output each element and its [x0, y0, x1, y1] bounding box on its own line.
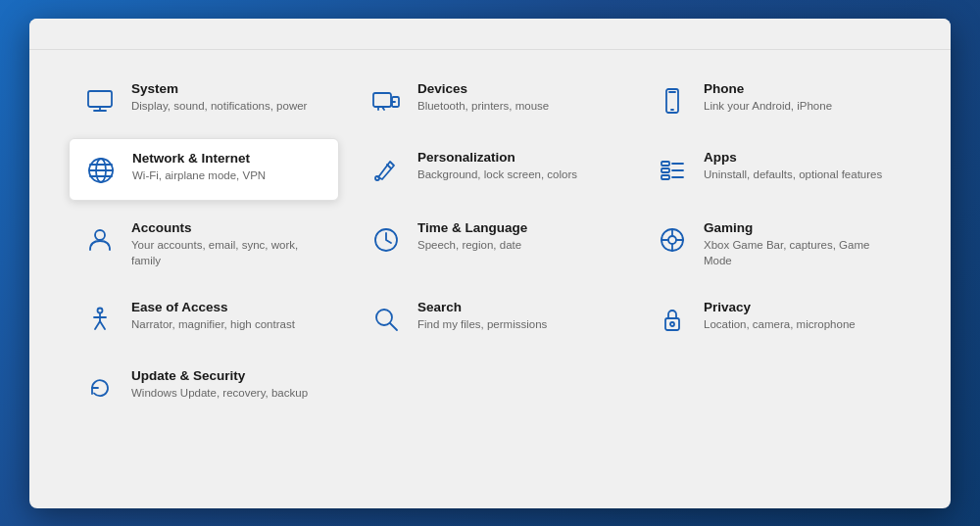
- settings-name-ease: Ease of Access: [131, 300, 295, 314]
- svg-point-17: [375, 176, 379, 180]
- time-icon: [368, 222, 404, 258]
- svg-line-35: [95, 321, 100, 329]
- settings-text-personalization: PersonalizationBackground, lock screen, …: [417, 150, 577, 182]
- settings-text-network: Network & InternetWi-Fi, airplane mode, …: [132, 151, 266, 183]
- settings-item-ease[interactable]: Ease of AccessNarrator, magnifier, high …: [69, 288, 339, 349]
- settings-text-update: Update & SecurityWindows Update, recover…: [131, 368, 308, 401]
- settings-text-system: SystemDisplay, sound, notifications, pow…: [131, 81, 307, 114]
- privacy-icon: [655, 302, 690, 337]
- settings-content: SystemDisplay, sound, notifications, pow…: [29, 50, 951, 508]
- settings-name-devices: Devices: [417, 81, 549, 96]
- settings-item-privacy[interactable]: PrivacyLocation, camera, microphone: [641, 288, 911, 349]
- accounts-icon: [82, 222, 118, 258]
- settings-text-apps: AppsUninstall, defaults, optional featur…: [704, 150, 882, 182]
- settings-text-gaming: GamingXbox Game Bar, captures, Game Mode: [704, 220, 898, 268]
- apps-icon: [655, 152, 690, 187]
- settings-desc-privacy: Location, camera, microphone: [704, 316, 856, 332]
- settings-item-accounts[interactable]: AccountsYour accounts, email, sync, work…: [69, 209, 339, 280]
- settings-desc-accounts: Your accounts, email, sync, work, family: [131, 237, 325, 268]
- settings-text-devices: DevicesBluetooth, printers, mouse: [417, 81, 549, 114]
- settings-name-gaming: Gaming: [704, 220, 898, 235]
- settings-text-time: Time & LanguageSpeech, region, date: [417, 220, 527, 253]
- svg-line-16: [387, 165, 391, 168]
- settings-desc-gaming: Xbox Game Bar, captures, Game Mode: [704, 237, 898, 268]
- settings-name-search: Search: [417, 300, 547, 314]
- update-icon: [82, 370, 118, 406]
- settings-name-phone: Phone: [704, 81, 832, 96]
- settings-desc-apps: Uninstall, defaults, optional features: [704, 167, 882, 182]
- settings-desc-phone: Link your Android, iPhone: [704, 98, 832, 114]
- settings-text-accounts: AccountsYour accounts, email, sync, work…: [131, 220, 325, 268]
- ease-icon: [82, 302, 118, 337]
- minimize-button[interactable]: [804, 19, 849, 50]
- search-icon: [368, 302, 404, 337]
- settings-desc-personalization: Background, lock screen, colors: [417, 167, 577, 182]
- svg-rect-20: [662, 175, 669, 179]
- settings-text-phone: PhoneLink your Android, iPhone: [704, 81, 832, 114]
- settings-desc-update: Windows Update, recovery, backup: [131, 385, 308, 401]
- settings-text-ease: Ease of AccessNarrator, magnifier, high …: [131, 300, 295, 332]
- gaming-icon: [655, 222, 690, 258]
- svg-line-36: [100, 321, 105, 329]
- svg-line-38: [390, 323, 397, 330]
- svg-point-32: [98, 308, 103, 312]
- settings-item-update[interactable]: Update & SecurityWindows Update, recover…: [69, 357, 339, 417]
- settings-text-privacy: PrivacyLocation, camera, microphone: [704, 300, 856, 332]
- svg-point-40: [670, 322, 674, 326]
- settings-item-devices[interactable]: DevicesBluetooth, printers, mouse: [355, 70, 625, 130]
- settings-name-time: Time & Language: [417, 220, 527, 235]
- settings-item-gaming[interactable]: GamingXbox Game Bar, captures, Game Mode: [641, 209, 911, 280]
- svg-rect-19: [662, 168, 669, 172]
- settings-item-network[interactable]: Network & InternetWi-Fi, airplane mode, …: [69, 138, 339, 201]
- phone-icon: [655, 83, 690, 119]
- settings-name-system: System: [131, 81, 307, 96]
- settings-desc-devices: Bluetooth, printers, mouse: [417, 98, 549, 114]
- svg-point-27: [668, 236, 676, 244]
- svg-rect-3: [373, 93, 391, 107]
- svg-rect-18: [662, 162, 669, 166]
- settings-name-privacy: Privacy: [704, 300, 856, 314]
- svg-rect-0: [88, 91, 112, 107]
- settings-name-apps: Apps: [704, 150, 882, 165]
- settings-desc-system: Display, sound, notifications, power: [131, 98, 307, 114]
- svg-point-24: [95, 230, 105, 240]
- settings-desc-search: Find my files, permissions: [417, 316, 547, 332]
- close-button[interactable]: [894, 19, 939, 50]
- settings-desc-ease: Narrator, magnifier, high contrast: [131, 316, 295, 332]
- settings-desc-time: Speech, region, date: [417, 237, 527, 253]
- settings-desc-network: Wi-Fi, airplane mode, VPN: [132, 167, 266, 183]
- devices-icon: [368, 83, 404, 119]
- settings-name-network: Network & Internet: [132, 151, 266, 166]
- settings-grid: SystemDisplay, sound, notifications, pow…: [69, 70, 911, 417]
- settings-item-apps[interactable]: AppsUninstall, defaults, optional featur…: [641, 138, 911, 201]
- personalization-icon: [368, 152, 404, 187]
- maximize-button[interactable]: [849, 19, 894, 50]
- settings-item-system[interactable]: SystemDisplay, sound, notifications, pow…: [69, 70, 339, 130]
- settings-item-time[interactable]: Time & LanguageSpeech, region, date: [355, 209, 625, 280]
- settings-text-search: SearchFind my files, permissions: [417, 300, 547, 332]
- network-icon: [83, 153, 119, 188]
- settings-item-phone[interactable]: PhoneLink your Android, iPhone: [641, 70, 911, 130]
- system-icon: [82, 83, 118, 119]
- settings-window: SystemDisplay, sound, notifications, pow…: [29, 19, 951, 508]
- title-bar: [29, 19, 951, 50]
- settings-item-search[interactable]: SearchFind my files, permissions: [355, 288, 625, 349]
- window-controls: [804, 19, 939, 50]
- settings-name-update: Update & Security: [131, 368, 308, 383]
- settings-name-personalization: Personalization: [417, 150, 577, 165]
- settings-item-personalization[interactable]: PersonalizationBackground, lock screen, …: [355, 138, 625, 201]
- svg-rect-39: [665, 318, 679, 330]
- settings-name-accounts: Accounts: [131, 220, 325, 235]
